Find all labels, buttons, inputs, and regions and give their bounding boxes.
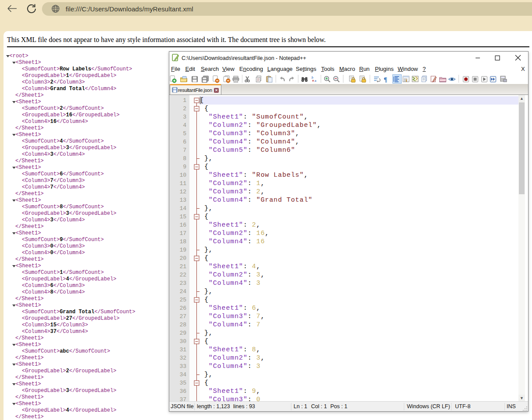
svg-text:¶: ¶ <box>384 76 387 83</box>
svg-text:a: a <box>315 78 316 83</box>
svg-text:b: b <box>312 76 313 80</box>
